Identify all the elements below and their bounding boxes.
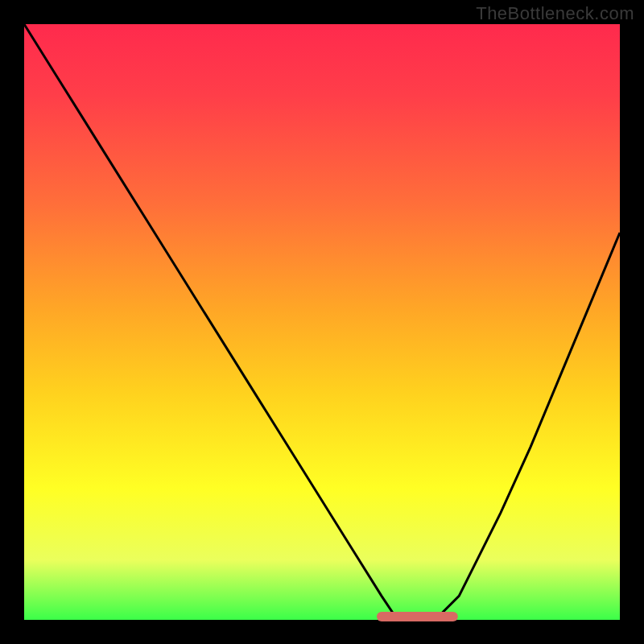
chart-frame: TheBottleneck.com — [0, 0, 644, 644]
plot-background — [24, 24, 620, 620]
watermark-text: TheBottleneck.com — [476, 3, 634, 24]
bottleneck-chart — [0, 0, 644, 644]
